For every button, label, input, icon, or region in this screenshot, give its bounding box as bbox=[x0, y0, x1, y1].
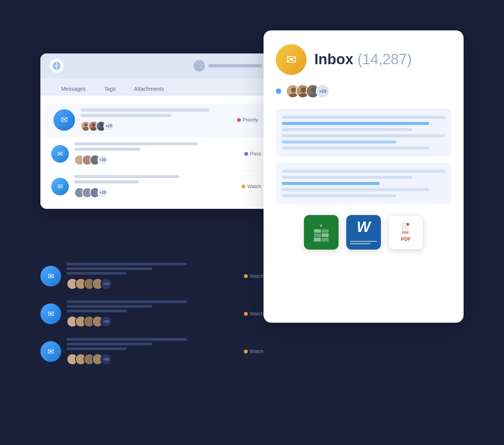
float-tag-label: Watch bbox=[250, 348, 264, 354]
inbox-icon: ✉ bbox=[276, 44, 307, 75]
svg-point-5 bbox=[84, 123, 88, 127]
tabs-row: Messages Tags Attachments bbox=[40, 78, 271, 95]
float-line-2 bbox=[67, 267, 152, 270]
email-content: +20 bbox=[74, 142, 239, 165]
email-row[interactable]: ✉ +20 Pass bbox=[40, 138, 271, 170]
content-line-blue bbox=[282, 182, 380, 185]
float-email-row-2[interactable]: ✉ +20 Watch bbox=[40, 295, 264, 333]
content-block-2 bbox=[276, 163, 451, 204]
svg-text:PDF: PDF bbox=[402, 231, 409, 235]
excel-label: x bbox=[320, 223, 322, 228]
pdf-attachment[interactable]: PDF PDF bbox=[389, 215, 423, 250]
tab-tags[interactable]: Tags bbox=[95, 83, 125, 95]
content-block-1 bbox=[276, 109, 451, 157]
email-line-1 bbox=[80, 108, 209, 112]
inbox-count: (14,287) bbox=[357, 51, 412, 67]
content-line bbox=[282, 134, 445, 137]
excel-grid bbox=[314, 229, 329, 242]
dot-purple bbox=[244, 152, 248, 156]
excel-attachment[interactable]: x bbox=[304, 215, 339, 250]
float-line-2 bbox=[67, 343, 152, 345]
word-attachment[interactable]: W bbox=[346, 215, 381, 250]
float-line-3 bbox=[67, 347, 127, 350]
float-line-1 bbox=[67, 263, 187, 265]
email-line-1 bbox=[74, 175, 179, 178]
inbox-avatar-group: +20 bbox=[286, 84, 330, 98]
envelope-icon: ✉ bbox=[57, 150, 63, 158]
svg-point-8 bbox=[91, 127, 96, 130]
mail-icon: ✉ bbox=[53, 109, 75, 131]
tab-messages[interactable]: Messages bbox=[52, 83, 95, 95]
content-line bbox=[282, 170, 445, 173]
float-avatar-count: +20 bbox=[100, 353, 112, 365]
excel-cell bbox=[314, 229, 321, 233]
float-envelope: ✉ bbox=[48, 309, 54, 318]
float-envelope: ✉ bbox=[48, 347, 54, 356]
svg-point-9 bbox=[100, 123, 103, 127]
envelope-icon: ✉ bbox=[61, 115, 68, 125]
float-avatar-count: +20 bbox=[100, 316, 112, 327]
excel-cell bbox=[314, 238, 321, 241]
float-envelope: ✉ bbox=[48, 272, 54, 281]
float-email-row-3[interactable]: ✉ +20 Watch bbox=[40, 333, 264, 370]
header-search-line bbox=[208, 64, 262, 67]
bottom-email-rows: ✉ +20 Watch ✉ bbox=[40, 257, 264, 370]
content-line bbox=[282, 194, 396, 197]
email-line-2 bbox=[80, 114, 171, 117]
tag-label: Priority bbox=[243, 117, 258, 123]
scene: Messages Tags Attachments ✉ bbox=[40, 30, 464, 415]
globe-icon bbox=[50, 59, 63, 73]
tag-label: Pass bbox=[250, 151, 261, 157]
inbox-header: ✉ Inbox (14,287) bbox=[276, 44, 451, 75]
left-panel: Messages Tags Attachments ✉ bbox=[40, 53, 271, 209]
word-line bbox=[350, 241, 377, 242]
tab-attachments[interactable]: Attachments bbox=[125, 83, 173, 95]
content-line bbox=[282, 116, 445, 119]
tag-label: Watch bbox=[247, 183, 261, 189]
float-avatars: +20 bbox=[67, 278, 239, 290]
float-dot bbox=[244, 274, 248, 278]
email-row[interactable]: ✉ +20 Watch bbox=[40, 170, 271, 204]
content-line bbox=[282, 188, 429, 191]
float-email-row-1[interactable]: ✉ +20 Watch bbox=[40, 257, 264, 295]
mail-icon: ✉ bbox=[51, 145, 69, 163]
float-tag-3: Watch bbox=[244, 348, 264, 354]
pdf-text: PDF bbox=[401, 236, 411, 242]
email-content: +20 bbox=[74, 175, 236, 198]
inbox-envelope-icon: ✉ bbox=[286, 52, 297, 67]
float-avatar-count: +20 bbox=[100, 278, 112, 290]
dot-orange bbox=[242, 185, 245, 188]
inbox-title: Inbox (14,287) bbox=[314, 52, 412, 68]
blue-indicator-dot bbox=[276, 88, 281, 94]
svg-point-7 bbox=[92, 123, 95, 127]
email-row[interactable]: ✉ +20 bbox=[46, 104, 266, 136]
float-tag-label: Watch bbox=[250, 273, 264, 279]
float-line-3 bbox=[67, 310, 127, 312]
float-line-1 bbox=[67, 300, 187, 303]
word-line bbox=[350, 243, 370, 244]
inbox-avatars-row: +20 bbox=[276, 84, 451, 98]
float-content: +20 bbox=[67, 263, 239, 290]
email-line-2 bbox=[74, 148, 140, 151]
excel-cell bbox=[322, 229, 329, 233]
content-line-blue-light bbox=[282, 140, 396, 143]
email-line-2 bbox=[74, 180, 139, 183]
svg-point-10 bbox=[98, 127, 104, 130]
float-mail-icon: ✉ bbox=[40, 266, 61, 287]
float-dot bbox=[244, 312, 248, 316]
word-letter-icon: W bbox=[357, 219, 370, 235]
dot-red bbox=[237, 118, 241, 122]
avatar-group: +20 bbox=[74, 155, 239, 165]
envelope-icon: ✉ bbox=[57, 182, 63, 191]
email-list: ✉ +20 bbox=[40, 95, 271, 209]
header-search-bar bbox=[68, 60, 262, 72]
svg-point-13 bbox=[301, 87, 306, 93]
pdf-icon-svg: PDF bbox=[400, 222, 412, 235]
excel-cell bbox=[322, 233, 329, 237]
tag-watch: Watch bbox=[242, 183, 261, 189]
pdf-content: PDF PDF bbox=[400, 222, 412, 242]
float-line-3 bbox=[67, 272, 127, 275]
content-line bbox=[282, 147, 429, 150]
svg-point-6 bbox=[83, 127, 88, 130]
float-line-2 bbox=[67, 305, 152, 308]
